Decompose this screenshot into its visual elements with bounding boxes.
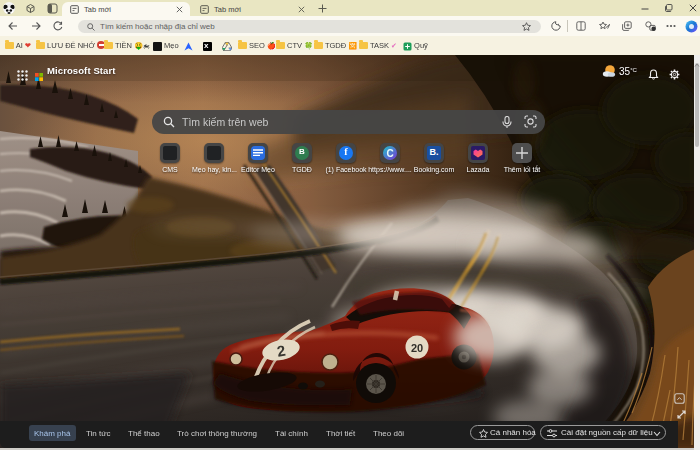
svg-text:C: C: [386, 148, 393, 159]
